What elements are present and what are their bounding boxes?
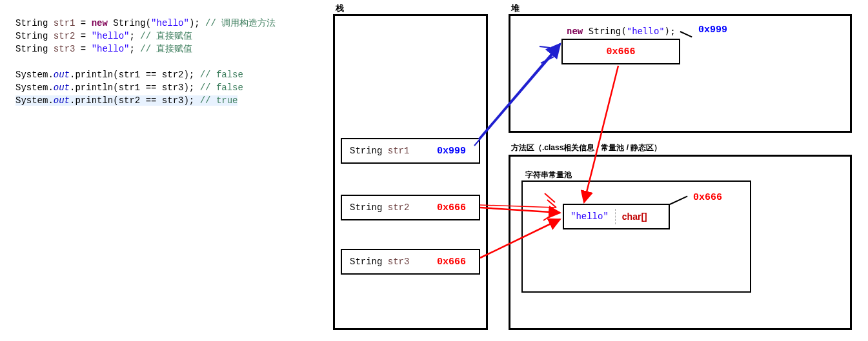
heap-heading: 堆 xyxy=(511,3,520,14)
pool-address: 0x666 xyxy=(693,192,722,203)
heap-object-box: 0x666 xyxy=(561,39,680,64)
string-literal: "hello" xyxy=(151,18,189,28)
stack-slot-str2: String str2 0x666 xyxy=(341,195,480,220)
inner-pointer: 0x666 xyxy=(606,46,635,57)
jvm-memory-diagram: { "code": { "line1": {"type":"String","v… xyxy=(0,0,868,341)
divider xyxy=(615,209,616,224)
method-area-heading: 方法区（.class相关信息 / 常量池 / 静态区） xyxy=(511,142,661,153)
pool-char-array-box: "hello" char[] xyxy=(563,204,670,229)
heap-address: 0x999 xyxy=(698,24,727,35)
heap-object-expr: new String("hello"); xyxy=(567,26,676,36)
stack-slot-str3: String str3 0x666 xyxy=(341,249,480,275)
out-field: out xyxy=(54,70,70,80)
pool-literal: "hello" xyxy=(570,211,609,222)
slot-label: String str1 xyxy=(350,146,409,156)
code-type: String xyxy=(15,18,48,28)
pool-type: char[] xyxy=(622,211,647,222)
address-label: 0x666 xyxy=(437,257,466,268)
stack-region xyxy=(333,14,488,330)
stack-heading: 栈 xyxy=(336,3,344,14)
address-label: 0x666 xyxy=(437,202,466,213)
comment: // 调用构造方法 xyxy=(205,18,276,28)
address-label: 0x999 xyxy=(437,146,466,157)
java-source-code: String str1 = new String("hello"); // 调用… xyxy=(15,4,276,107)
stack-slot-str1: String str1 0x999 xyxy=(341,138,480,164)
new-keyword: new xyxy=(92,18,114,28)
code-var: str1 xyxy=(54,18,76,28)
